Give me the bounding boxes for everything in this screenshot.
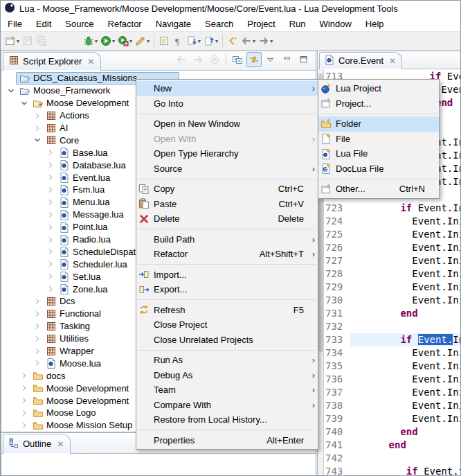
chevron-right-icon[interactable] xyxy=(45,272,56,281)
menubar-item-edit[interactable]: Edit xyxy=(29,17,58,30)
chevron-right-icon[interactable] xyxy=(32,297,43,306)
menubar-item-run[interactable]: Run xyxy=(282,17,313,30)
chevron-down-icon[interactable] xyxy=(6,86,17,96)
code-line-724[interactable]: 724 Event.Initiator xyxy=(324,215,461,228)
mark-occurrences-button[interactable] xyxy=(157,32,171,50)
code-line-733[interactable]: 733 if Event.Initiator then xyxy=(324,333,461,346)
next-annotation-dropdown-arrow[interactable]: ▾ xyxy=(198,38,201,44)
code-line-743[interactable]: 743 if Event.target then xyxy=(324,465,461,476)
chevron-right-icon[interactable] xyxy=(45,197,56,207)
code-line-726[interactable]: 726 Event.Initiator xyxy=(324,241,461,254)
chevron-right-icon[interactable] xyxy=(32,309,43,319)
tab-outline[interactable]: Outline ✕ xyxy=(3,434,71,454)
context-menu-item-go-into[interactable]: Go Into xyxy=(136,96,318,112)
chevron-right-icon[interactable] xyxy=(45,247,56,256)
code-line-725[interactable]: 725 Event.Initiator xyxy=(324,228,461,241)
close-icon[interactable]: ✕ xyxy=(389,57,396,65)
code-line-723[interactable]: 723 if Event.Initiator then xyxy=(324,202,461,215)
code-line-734[interactable]: 734 Event.Initiator xyxy=(324,346,461,360)
outline-content[interactable] xyxy=(1,454,316,476)
close-icon[interactable]: ✕ xyxy=(87,58,94,66)
code-line-730[interactable]: 730 Event.Initiator xyxy=(324,294,461,307)
show-whitespace-button[interactable]: ¶ xyxy=(171,32,185,50)
chevron-right-icon[interactable] xyxy=(32,123,43,133)
new-wizard-button[interactable]: ▾ xyxy=(3,32,21,50)
context-menu-item-refresh[interactable]: RefreshF5 xyxy=(136,303,318,318)
menubar-item-help[interactable]: Help xyxy=(359,17,391,30)
external-tools-button[interactable]: ▾ xyxy=(134,32,151,50)
code-line-736[interactable]: 736 Event.Initiator xyxy=(324,373,461,386)
chevron-right-icon[interactable] xyxy=(45,259,56,269)
chevron-right-icon[interactable] xyxy=(19,396,30,405)
close-icon[interactable]: ✕ xyxy=(57,440,64,448)
context-menu-item-team[interactable]: Team› xyxy=(136,382,318,398)
collapse-all-button[interactable] xyxy=(230,52,245,67)
code-line-739[interactable]: 739 Event.Initiator xyxy=(324,412,461,425)
new-submenu-item-project[interactable]: Project... xyxy=(318,96,439,112)
run-coverage-dropdown-arrow[interactable]: ▾ xyxy=(129,38,132,44)
minimize-button[interactable] xyxy=(280,52,295,67)
menubar-item-source[interactable]: Source xyxy=(58,17,100,30)
chevron-right-icon[interactable] xyxy=(19,383,30,393)
back-dropdown-arrow[interactable]: ▾ xyxy=(253,38,255,44)
context-menu-item-debug-as[interactable]: Debug As› xyxy=(136,368,318,383)
debug-dropdown-arrow[interactable]: ▾ xyxy=(95,38,98,44)
code-line-731[interactable]: 731 end xyxy=(324,307,461,320)
chevron-down-icon[interactable] xyxy=(32,135,43,145)
context-menu-item-restore-from-local-history[interactable]: Restore from Local History... xyxy=(136,412,318,427)
code-line-740[interactable]: 740 end xyxy=(324,425,461,439)
code-line-735[interactable]: 735 Event.Initiator xyxy=(324,360,461,373)
chevron-right-icon[interactable] xyxy=(19,421,30,430)
context-menu-item-compare-with[interactable]: Compare With› xyxy=(136,398,318,413)
external-tools-dropdown-arrow[interactable]: ▾ xyxy=(147,38,150,44)
context-menu-item-open-type-hierarchy[interactable]: Open Type Hierarchy xyxy=(136,146,318,161)
view-menu-button[interactable] xyxy=(263,52,278,67)
next-annotation-button[interactable]: ▾ xyxy=(185,32,202,50)
context-menu-item-run-as[interactable]: Run As› xyxy=(136,353,318,368)
new-submenu-item-lua-file[interactable]: Lua File xyxy=(318,146,439,161)
chevron-right-icon[interactable] xyxy=(32,346,43,356)
new-submenu-item-folder[interactable]: Folder xyxy=(318,116,439,132)
context-menu-item-refactor[interactable]: RefactorAlt+Shift+T› xyxy=(136,247,318,262)
new-submenu-item-other[interactable]: Other...Ctrl+N xyxy=(318,182,439,197)
code-line-738[interactable]: 738 Event.Initiator xyxy=(324,399,461,412)
context-menu-item-close-unrelated-projects[interactable]: Close Unrelated Projects xyxy=(136,333,318,348)
menubar-item-navigate[interactable]: Navigate xyxy=(149,17,198,30)
chevron-right-icon[interactable] xyxy=(32,111,43,121)
run-dropdown-arrow[interactable]: ▾ xyxy=(112,38,115,44)
menubar-item-file[interactable]: File xyxy=(1,17,29,30)
context-menu-item-open-in-new-window[interactable]: Open in New Window xyxy=(136,116,318,132)
link-with-editor-button[interactable] xyxy=(246,52,262,67)
code-line-727[interactable]: 727 Event.Initiator xyxy=(324,254,461,267)
chevron-right-icon[interactable] xyxy=(32,321,43,331)
tab-core-event[interactable]: Core.Event ✕ xyxy=(319,52,402,69)
chevron-right-icon[interactable] xyxy=(45,185,56,195)
context-menu-item-close-project[interactable]: Close Project xyxy=(136,317,318,333)
code-line-742[interactable]: 742 xyxy=(324,452,461,465)
menubar-item-search[interactable]: Search xyxy=(198,17,240,30)
back-button[interactable]: ▾ xyxy=(239,32,257,50)
maximize-button[interactable] xyxy=(296,52,311,67)
new-submenu-item-doclua-file[interactable]: @DocLua File xyxy=(318,161,439,177)
context-menu-item-import[interactable]: Import... xyxy=(136,267,318,283)
chevron-right-icon[interactable] xyxy=(45,222,56,232)
chevron-right-icon[interactable] xyxy=(32,334,43,344)
context-menu-item-build-path[interactable]: Build Path› xyxy=(136,232,318,247)
chevron-down-icon[interactable] xyxy=(19,98,30,108)
previous-annotation-button[interactable]: ▾ xyxy=(202,32,219,50)
forward-dropdown-arrow[interactable]: ▾ xyxy=(270,38,273,44)
new-submenu-item-lua-project[interactable]: Lua Project xyxy=(318,81,439,96)
context-menu-item-delete[interactable]: DeleteDelete xyxy=(136,211,318,227)
chevron-right-icon[interactable] xyxy=(19,408,30,418)
code-line-729[interactable]: 729 Event.Initiator xyxy=(324,281,461,294)
chevron-right-icon[interactable] xyxy=(45,173,56,182)
tab-script-explorer[interactable]: Script Explorer ✕ xyxy=(3,52,101,71)
chevron-right-icon[interactable] xyxy=(45,160,56,170)
menubar-item-project[interactable]: Project xyxy=(240,17,282,30)
chevron-right-icon[interactable] xyxy=(45,235,56,245)
chevron-right-icon[interactable] xyxy=(45,210,56,220)
context-menu-item-source[interactable]: Source› xyxy=(136,161,318,177)
run-coverage-button[interactable]: ▾ xyxy=(116,32,134,50)
code-line-728[interactable]: 728 Event.Initiator xyxy=(324,267,461,281)
code-line-741[interactable]: 741 end xyxy=(324,439,461,452)
